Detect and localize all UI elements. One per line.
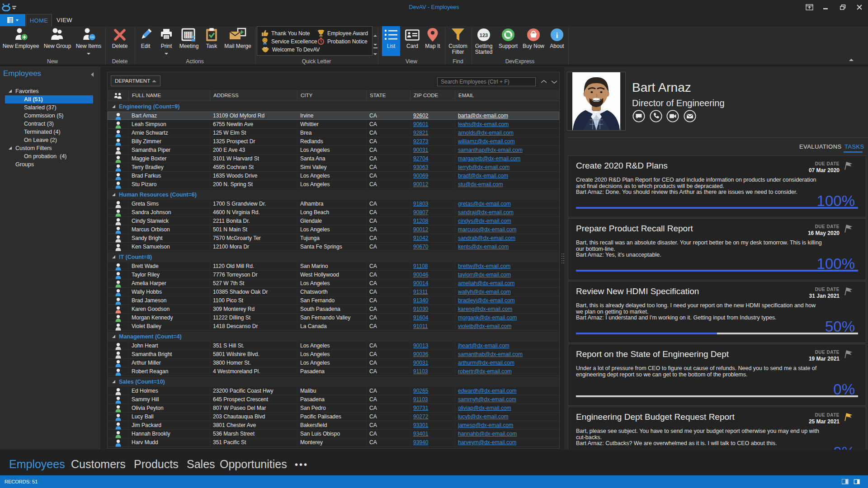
svg-text:i: i (556, 31, 558, 40)
svg-text:123: 123 (480, 33, 488, 38)
